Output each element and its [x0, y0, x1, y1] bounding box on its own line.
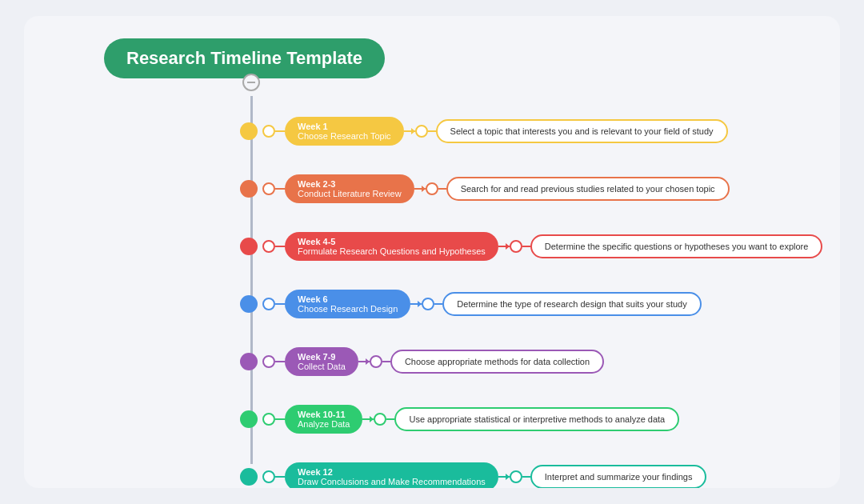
desc-pill-6: Interpret and summarize your findings: [530, 465, 707, 488]
timeline-container: Week 1 Choose Research Topic Select a to…: [240, 88, 800, 472]
timeline-row: Week 4-5 Formulate Research Questions an…: [240, 219, 800, 274]
desc-pill-5: Use appropriate statistical or interpret…: [394, 407, 679, 431]
task-pill-5: Week 10-11 Analyze Data: [285, 405, 362, 434]
week-label-1: Week 2-3: [298, 179, 402, 189]
right-circle-0: [415, 125, 428, 138]
dot-large-2: [240, 238, 258, 255]
arrow-5: [362, 418, 374, 420]
connector-h2-3: [434, 303, 442, 305]
timeline-row: Week 7-9 Collect Data Choose appropriate…: [240, 334, 800, 389]
task-pill-3: Week 6 Choose Research Design: [285, 290, 410, 318]
task-name-4: Collect Data: [298, 362, 346, 371]
dot-large-4: [240, 353, 258, 370]
arrow-2: [498, 246, 510, 247]
task-name-0: Choose Research Topic: [298, 131, 391, 141]
task-name-1: Conduct Literature Review: [298, 189, 402, 198]
connector-h-5: [275, 418, 285, 420]
timeline-row: Week 6 Choose Research Design Determine …: [240, 277, 800, 331]
arrow-0: [404, 130, 415, 132]
top-connector-circle: [242, 74, 260, 91]
page-title: Research Timeline Template: [126, 48, 362, 68]
desc-pill-0: Select a topic that interests you and is…: [436, 119, 728, 143]
connector-h2-6: [522, 476, 530, 478]
dot-small-5: [262, 413, 275, 426]
arrow-1: [414, 188, 426, 190]
connector-h-1: [275, 188, 285, 190]
dot-small-3: [262, 298, 275, 310]
connector-h-4: [275, 361, 285, 362]
task-pill-0: Week 1 Choose Research Topic: [285, 117, 404, 146]
timeline-row: Week 12 Draw Conclusions and Make Recomm…: [240, 450, 800, 488]
right-circle-6: [510, 470, 522, 483]
task-pill-2: Week 4-5 Formulate Research Questions an…: [285, 232, 498, 261]
connector-h-2: [275, 246, 285, 247]
desc-pill-4: Choose appropriate methods for data coll…: [390, 350, 604, 374]
dot-large-0: [240, 122, 258, 140]
timeline-row: Week 1 Choose Research Topic Select a to…: [240, 104, 800, 158]
dot-large-3: [240, 295, 258, 313]
desc-pill-2: Determine the specific questions or hypo…: [530, 234, 823, 258]
task-name-5: Analyze Data: [298, 419, 350, 429]
right-circle-4: [370, 355, 382, 368]
task-pill-1: Week 2-3 Conduct Literature Review: [285, 174, 414, 203]
dot-small-2: [262, 240, 275, 253]
week-label-4: Week 7-9: [298, 352, 346, 362]
week-label-0: Week 1: [298, 122, 391, 131]
minus-icon: [247, 82, 255, 83]
week-label-6: Week 12: [298, 467, 486, 477]
week-label-2: Week 4-5: [298, 237, 486, 246]
arrow-6: [498, 476, 510, 478]
dot-small-4: [262, 355, 275, 368]
task-name-3: Choose Research Design: [298, 304, 398, 314]
desc-pill-1: Search for and read previous studies rel…: [446, 177, 730, 201]
task-name-2: Formulate Research Questions and Hypothe…: [298, 246, 486, 256]
right-circle-3: [422, 298, 434, 310]
dot-small-6: [262, 470, 275, 483]
arrow-3: [410, 303, 422, 305]
dot-large-5: [240, 410, 258, 428]
desc-pill-3: Determine the type of research design th…: [442, 292, 701, 316]
connector-h2-4: [382, 361, 390, 362]
connector-h-6: [275, 476, 285, 478]
timeline-row: Week 10-11 Analyze Data Use appropriate …: [240, 392, 800, 446]
dot-small-1: [262, 182, 275, 195]
week-label-5: Week 10-11: [298, 410, 350, 419]
connector-h-0: [275, 130, 285, 132]
right-circle-5: [374, 413, 386, 426]
connector-h2-5: [386, 418, 394, 420]
right-circle-2: [510, 240, 522, 253]
dot-large-1: [240, 180, 258, 198]
title-badge: Research Timeline Template: [104, 38, 385, 78]
arrow-4: [358, 361, 370, 362]
dot-small-0: [262, 125, 275, 138]
timeline-row: Week 2-3 Conduct Literature Review Searc…: [240, 162, 800, 216]
connector-h2-1: [438, 188, 446, 190]
dot-large-6: [240, 468, 258, 486]
right-circle-1: [426, 182, 438, 195]
connector-h2-2: [522, 246, 530, 247]
main-card: Research Timeline Template Week 1 Choose…: [24, 16, 840, 488]
task-pill-4: Week 7-9 Collect Data: [285, 347, 358, 376]
task-name-6: Draw Conclusions and Make Recommendation…: [298, 477, 486, 486]
task-pill-6: Week 12 Draw Conclusions and Make Recomm…: [285, 462, 498, 488]
week-label-3: Week 6: [298, 294, 398, 304]
connector-h2-0: [428, 130, 436, 132]
connector-h-3: [275, 303, 285, 305]
